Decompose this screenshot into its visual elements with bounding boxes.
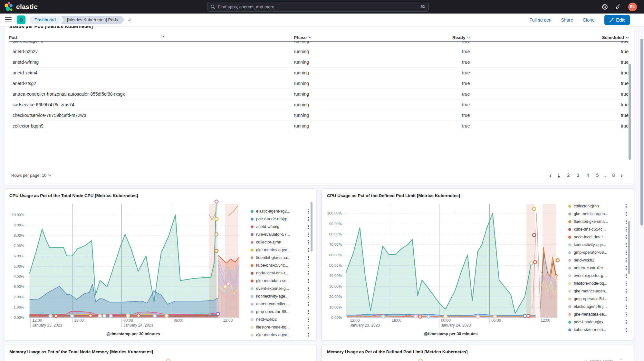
legend-actions-icon[interactable] (625, 250, 627, 255)
column-header-phase[interactable]: Phase (294, 35, 445, 40)
legend-actions-icon[interactable] (307, 255, 310, 261)
legend-actions-icon[interactable] (625, 234, 627, 240)
legend-item[interactable]: gmp-operator-68... (568, 249, 627, 256)
legend-actions-icon[interactable] (625, 265, 627, 271)
table-row[interactable]: anetd-ztsg2runningtruetrue (9, 78, 629, 89)
legend-actions-icon[interactable] (307, 294, 310, 299)
legend-item[interactable]: gmp-operator-68... (251, 308, 310, 316)
legend-actions-icon[interactable] (625, 242, 627, 248)
legend-actions-icon[interactable] (625, 273, 627, 279)
legend-actions-icon[interactable] (625, 219, 627, 224)
legend-actions-icon[interactable] (307, 216, 310, 222)
legend-item[interactable]: event-exporter-g... (568, 272, 627, 280)
pagination-previous-icon[interactable]: ‹ (548, 172, 553, 179)
legend-item[interactable]: kube-dns-c554c... (251, 261, 310, 269)
page-scrollbar[interactable] (640, 39, 643, 225)
table-row[interactable]: cartservice-66b9f7478c-zms74runningtruet… (9, 100, 629, 110)
legend-item[interactable]: anetd-wfnmg (251, 223, 310, 231)
table-row[interactable]: checkoutservice-78759bc9fd-m72wbrunningt… (9, 110, 629, 121)
legend-item[interactable]: node-local-dns-r... (568, 233, 627, 241)
table-row[interactable]: anetd-n2h2vrunningtruetrue (9, 46, 629, 57)
clone-button[interactable]: Clone (583, 17, 595, 23)
legend-actions-icon[interactable] (625, 258, 627, 263)
legend-actions-icon[interactable] (625, 327, 627, 333)
user-avatar[interactable]: EL (628, 3, 637, 11)
legend-item[interactable]: gke-metadata-se... (251, 277, 310, 285)
pagination-page-5[interactable]: 5 (593, 171, 601, 179)
rows-per-page-selector[interactable]: Rows per page: 10 (11, 173, 51, 178)
table-scrollbar[interactable] (629, 64, 631, 160)
legend-actions-icon[interactable] (307, 209, 310, 214)
space-badge[interactable]: D (17, 15, 25, 24)
legend-item[interactable]: pdcsi-node-mbjrp (251, 215, 310, 223)
pagination-page-4[interactable]: 4 (584, 171, 591, 179)
table-row[interactable]: anetd-wfnmgrunningtruetrue (9, 57, 629, 68)
legend-item[interactable]: event-exporter-g... (251, 285, 310, 292)
legend-item[interactable]: filestore-node-bq... (251, 323, 310, 331)
legend-actions-icon[interactable] (625, 304, 627, 309)
menu-icon[interactable] (5, 17, 12, 23)
column-header-ready[interactable]: Ready (445, 35, 470, 40)
pagination-next-icon[interactable]: › (619, 172, 624, 179)
legend-actions-icon[interactable] (625, 204, 627, 209)
chart-plot-area[interactable] (344, 204, 558, 318)
legend-item[interactable]: gke-metadata-se... (568, 310, 627, 318)
legend-actions-icon[interactable] (307, 301, 310, 307)
legend-actions-icon[interactable] (307, 271, 310, 276)
pagination-page-2[interactable]: 2 (564, 171, 572, 179)
clipped-table-row[interactable]: alertmanager-0 running true true (9, 42, 629, 46)
legend-item[interactable]: gke-metrics-agen... (568, 287, 627, 295)
legend-item[interactable]: kube-dns-c554c... (568, 225, 627, 233)
column-header-scheduled[interactable]: Scheduled (470, 35, 629, 40)
legend-actions-icon[interactable] (307, 278, 310, 284)
legend-item[interactable]: gmp-operator-5d... (568, 295, 627, 303)
legend-item[interactable]: netd-wxkb2 (568, 256, 627, 264)
help-icon[interactable] (602, 4, 608, 10)
legend-actions-icon[interactable] (625, 319, 627, 325)
legend-item[interactable]: konnectivity-age... (251, 292, 310, 300)
legend-actions-icon[interactable] (620, 358, 622, 361)
legend-actions-icon[interactable] (625, 211, 627, 217)
legend-actions-icon[interactable] (625, 296, 627, 302)
legend-item[interactable]: antrea-controller-... (251, 300, 310, 308)
pagination-page-8[interactable]: 8 (610, 171, 617, 179)
legend-item[interactable]: gke-metrics-agen... (251, 331, 310, 337)
legend-actions-icon[interactable] (307, 309, 310, 315)
legend-item[interactable]: filestore-node-bq... (568, 280, 627, 287)
legend-actions-icon[interactable] (307, 247, 310, 253)
legend-item[interactable]: elastic-agent-sg2... (251, 207, 310, 215)
pagination-page-1[interactable]: 1 (555, 171, 562, 179)
elastic-logo[interactable]: elastic (0, 1, 38, 12)
legend-actions-icon[interactable] (307, 240, 310, 245)
legend-actions-icon[interactable] (307, 286, 310, 291)
chart-plot-area[interactable] (26, 204, 240, 318)
share-button[interactable]: Share (561, 17, 573, 23)
legend-item[interactable]: elastic-agent-9nj... (568, 303, 627, 310)
legend-actions-icon[interactable] (625, 227, 627, 232)
legend-actions-icon[interactable] (307, 232, 310, 237)
news-feed-icon[interactable] (615, 4, 621, 10)
legend-actions-icon[interactable] (307, 317, 310, 322)
legend-item[interactable]: gke-metrics-agen... (568, 210, 627, 218)
legend-item[interactable]: gke-metrics-agen... (251, 246, 310, 254)
pagination-page-3[interactable]: 3 (574, 171, 582, 179)
legend-item[interactable]: konnectivity-age... (568, 241, 627, 249)
legend-item[interactable]: node-local-dns-r... (251, 269, 310, 277)
legend-actions-icon[interactable] (307, 263, 310, 268)
legend-actions-icon[interactable] (625, 312, 627, 317)
legend-item[interactable]: collector-zjrhn (251, 238, 310, 246)
legend-item[interactable]: kube-state-metri... (568, 326, 627, 334)
column-header-pod[interactable]: Pod (9, 35, 294, 40)
legend-item[interactable]: fluentbit-gke-sma... (251, 254, 310, 261)
edit-button[interactable]: Edit (604, 15, 630, 25)
legend-item[interactable]: rule-evaluator-57... (251, 231, 310, 238)
legend-actions-icon[interactable] (307, 224, 310, 230)
legend-item[interactable]: elastic-agent-... (584, 358, 622, 361)
global-search-input[interactable]: Find apps, content, and more. ⌘/ (207, 2, 429, 12)
table-row[interactable]: anetd-xctm4runningtruetrue (9, 68, 629, 78)
legend-scrollbar[interactable] (628, 221, 630, 274)
legend-actions-icon[interactable] (625, 281, 627, 286)
table-row[interactable]: collector-bqqh9runningtruetrue (9, 121, 629, 131)
legend-scrollbar[interactable] (311, 202, 312, 252)
breadcrumb-dashboard[interactable]: Dashboard (30, 16, 62, 24)
